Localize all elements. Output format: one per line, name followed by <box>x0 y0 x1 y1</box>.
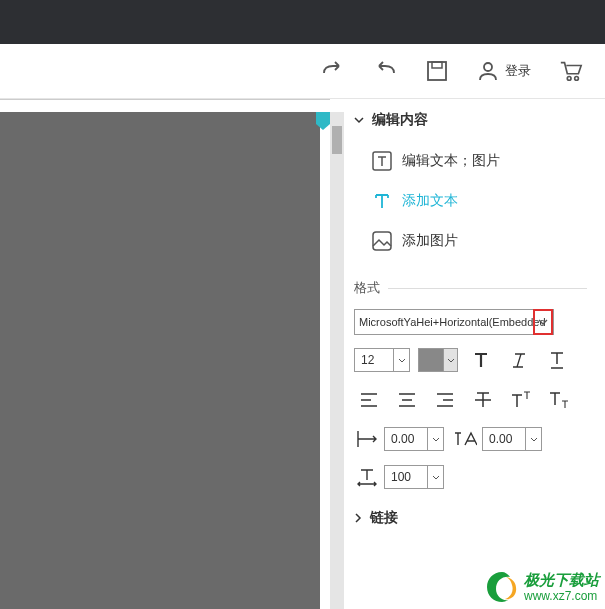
format-section-label: 格式 <box>354 279 587 297</box>
panel-tab-marker[interactable] <box>316 112 330 124</box>
horizontal-spacing-icon <box>354 427 380 451</box>
svg-point-3 <box>567 77 571 81</box>
vertical-scrollbar[interactable] <box>330 112 344 609</box>
add-text-label: 添加文本 <box>402 192 458 210</box>
edit-content-section-header[interactable]: 编辑内容 <box>354 111 587 129</box>
image-icon <box>372 231 392 251</box>
horizontal-spacing-control[interactable]: 0.00 <box>354 427 444 451</box>
character-spacing-icon <box>452 427 478 451</box>
watermark-logo-icon <box>484 569 520 605</box>
document-canvas[interactable] <box>0 99 330 609</box>
login-label: 登录 <box>505 62 531 80</box>
svg-point-4 <box>575 77 579 81</box>
underline-button[interactable] <box>542 347 572 373</box>
save-button[interactable] <box>425 59 449 83</box>
redo-button[interactable] <box>321 59 345 83</box>
text-color-picker[interactable] <box>418 348 458 372</box>
color-preview <box>419 349 443 371</box>
align-center-button[interactable] <box>392 387 422 413</box>
add-image-label: 添加图片 <box>402 232 458 250</box>
edit-text-image-label: 编辑文本；图片 <box>402 152 500 170</box>
edit-content-title: 编辑内容 <box>372 111 428 129</box>
svg-rect-1 <box>432 62 442 68</box>
titlebar-dark-area <box>0 0 605 44</box>
text-icon <box>372 191 392 211</box>
svg-rect-0 <box>428 62 446 80</box>
font-size-select[interactable]: 12 <box>354 348 410 372</box>
link-section-header[interactable]: 链接 <box>354 509 587 527</box>
cart-button[interactable] <box>559 59 583 83</box>
horizontal-scale-control[interactable]: 100 <box>354 465 444 489</box>
chevron-down-icon <box>443 349 457 371</box>
subscript-button[interactable] <box>544 387 574 413</box>
watermark-title: 极光下载站 <box>524 571 599 589</box>
align-right-button[interactable] <box>430 387 460 413</box>
character-spacing-control[interactable]: 0.00 <box>452 427 542 451</box>
chevron-down-icon <box>354 116 364 124</box>
add-image-tool[interactable]: 添加图片 <box>372 221 587 261</box>
scale-value: 100 <box>391 470 411 484</box>
svg-rect-6 <box>373 232 391 250</box>
canvas-background <box>0 112 320 609</box>
edit-text-image-tool[interactable]: 编辑文本；图片 <box>372 141 587 181</box>
chevron-right-icon <box>354 513 362 523</box>
bold-button[interactable] <box>466 347 496 373</box>
scrollbar-thumb[interactable] <box>332 126 342 154</box>
char-spacing-value: 0.00 <box>489 432 512 446</box>
horizontal-scale-icon <box>354 465 380 489</box>
font-dropdown-button-highlighted[interactable] <box>533 309 553 335</box>
link-section-title: 链接 <box>370 509 398 527</box>
font-size-value: 12 <box>361 353 374 367</box>
font-name-value: MicrosoftYaHei+Horizontal(Embedded <box>359 316 546 328</box>
chevron-down-icon <box>427 428 443 450</box>
right-properties-panel: 编辑内容 编辑文本；图片 添加文本 添加图片 <box>330 99 605 609</box>
login-button[interactable]: 登录 <box>477 60 531 82</box>
svg-point-2 <box>484 63 492 71</box>
superscript-button[interactable] <box>506 387 536 413</box>
strikethrough-button[interactable] <box>468 387 498 413</box>
undo-button[interactable] <box>373 59 397 83</box>
h-spacing-value: 0.00 <box>391 432 414 446</box>
align-left-button[interactable] <box>354 387 384 413</box>
user-icon <box>477 60 499 82</box>
italic-button[interactable] <box>504 347 534 373</box>
top-toolbar: 登录 <box>0 44 605 99</box>
add-text-tool[interactable]: 添加文本 <box>372 181 587 221</box>
chevron-down-icon <box>393 349 409 371</box>
watermark-url: www.xz7.com <box>524 589 599 603</box>
font-family-select[interactable]: MicrosoftYaHei+Horizontal(Embedded <box>354 309 554 335</box>
source-watermark: 极光下载站 www.xz7.com <box>484 569 599 605</box>
chevron-down-icon <box>427 466 443 488</box>
chevron-down-icon <box>525 428 541 450</box>
chevron-down-icon <box>538 319 548 325</box>
text-box-icon <box>372 151 392 171</box>
